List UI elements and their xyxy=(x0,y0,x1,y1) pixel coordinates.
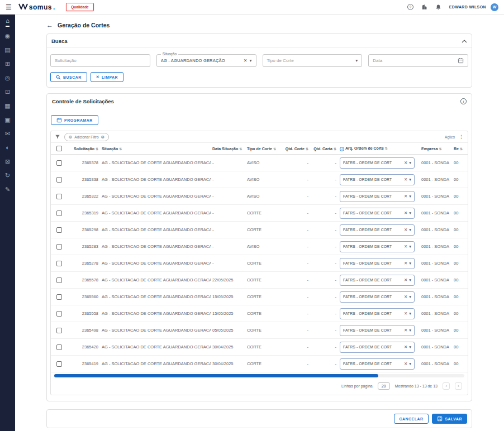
chevron-down-icon[interactable]: ▾ xyxy=(409,160,411,165)
next-page-button[interactable]: › xyxy=(455,382,462,390)
ordem-corte-select[interactable]: FATRS - ORDEM DE CORT ✕ ▾ xyxy=(340,241,415,252)
table-row[interactable]: 2365338 AG - SOLICITACAO DE CORTE AGUARD… xyxy=(51,171,468,188)
clear-icon[interactable]: ✕ xyxy=(404,294,407,299)
row-checkbox[interactable] xyxy=(56,160,62,166)
prev-page-button[interactable]: ‹ xyxy=(443,382,450,390)
table-row[interactable]: 2365378 AG - SOLICITACAO DE CORTE AGUARD… xyxy=(51,155,468,171)
app-logo[interactable]: somus. xyxy=(18,3,55,11)
clear-icon[interactable]: ✕ xyxy=(404,160,407,165)
table-row[interactable]: 2365322 AG - SOLICITACAO DE CORTE AGUARD… xyxy=(51,188,468,205)
history-icon[interactable]: ↻ xyxy=(5,173,10,180)
clear-icon[interactable]: ✕ xyxy=(404,277,407,282)
home-icon[interactable]: ⌂ xyxy=(6,18,9,27)
cancelar-button[interactable]: CANCELAR xyxy=(394,414,429,424)
help-icon[interactable]: ? xyxy=(407,4,413,10)
clear-icon[interactable]: ✕ xyxy=(404,328,407,333)
table-row[interactable]: 2365319 AG - SOLICITACAO DE CORTE AGUARD… xyxy=(51,205,468,222)
header-qtd-corte[interactable]: Qtd. Corte⇅ xyxy=(283,143,310,155)
ordem-corte-select[interactable]: FATRS - ORDEM DE CORT ✕ ▾ xyxy=(340,291,415,303)
chevron-down-icon[interactable]: ▾ xyxy=(409,311,411,316)
info-icon[interactable]: i xyxy=(460,98,467,104)
header-qtd-carta[interactable]: Qtd. Carta⇅ xyxy=(310,143,338,155)
row-checkbox[interactable] xyxy=(56,177,62,183)
collapse-chevron-icon[interactable] xyxy=(462,40,467,43)
chevron-down-icon[interactable]: ▾ xyxy=(409,277,411,282)
table-row[interactable]: 2365298 AG - SOLICITACAO DE CORTE AGUARD… xyxy=(51,222,468,238)
header-situacao[interactable]: Situação⇅ xyxy=(100,143,211,155)
table-row[interactable]: 2365278 AG - SOLICITACAO DE CORTE AGUARD… xyxy=(51,255,468,272)
row-checkbox[interactable] xyxy=(56,227,62,233)
table-row[interactable]: 2365419 AG - SOLICITACAO DE CORTE AGUARD… xyxy=(51,356,468,372)
row-checkbox[interactable] xyxy=(56,194,62,199)
chevron-down-icon[interactable]: ▾ xyxy=(355,58,358,63)
row-checkbox[interactable] xyxy=(56,210,62,216)
chevron-down-icon[interactable]: ▾ xyxy=(409,177,411,182)
inventory-icon[interactable]: ▦ xyxy=(4,103,10,111)
chevron-down-icon[interactable]: ▾ xyxy=(409,194,411,199)
select-all-checkbox[interactable] xyxy=(56,146,62,151)
header-re[interactable]: Re⇅ xyxy=(452,143,468,155)
row-checkbox[interactable] xyxy=(56,311,62,317)
ordem-corte-select[interactable]: FATRS - ORDEM DE CORT ✕ ▾ xyxy=(340,224,415,236)
chevron-down-icon[interactable]: ▾ xyxy=(409,244,411,249)
table-row[interactable]: 2365558 AG - SOLICITACAO DE CORTE AGUARD… xyxy=(51,305,468,322)
table-row[interactable]: 2365420 AG - SOLICITACAO DE CORTE AGUARD… xyxy=(51,339,468,356)
documents-icon[interactable]: ▤ xyxy=(4,47,10,55)
ordem-corte-select[interactable]: FATRS - ORDEM DE CORT ✕ ▾ xyxy=(340,275,415,286)
clear-icon[interactable]: ✕ xyxy=(404,244,407,249)
rows-per-page-input[interactable] xyxy=(378,382,390,390)
salvar-button[interactable]: SALVAR xyxy=(432,414,467,424)
chevron-down-icon[interactable]: ▾ xyxy=(409,344,411,349)
menu-icon[interactable]: ☰ xyxy=(6,3,12,11)
bell-icon[interactable] xyxy=(435,4,441,11)
chevron-down-icon[interactable]: ▾ xyxy=(409,328,411,333)
ordem-corte-select[interactable]: FATRS - ORDEM DE CORT ✕ ▾ xyxy=(340,342,415,353)
clear-icon[interactable]: ✕ xyxy=(404,194,407,199)
table-row[interactable]: 2365498 AG - SOLICITACAO DE CORTE AGUARD… xyxy=(51,322,468,339)
clear-icon[interactable]: ✕ xyxy=(244,58,248,63)
limpar-button[interactable]: ✕ LIMPAR xyxy=(91,72,123,82)
clear-icon[interactable]: ✕ xyxy=(404,210,407,216)
row-checkbox[interactable] xyxy=(56,294,62,300)
vehicles-icon[interactable]: ◎ xyxy=(5,75,11,83)
row-checkbox[interactable] xyxy=(56,361,62,367)
ordem-corte-select[interactable]: FATRS - ORDEM DE CORT ✕ ▾ xyxy=(340,174,415,185)
table-row[interactable]: 2365578 AG - SOLICITACAO DE CORTE AGUARD… xyxy=(51,272,468,289)
clear-icon[interactable]: ✕ xyxy=(404,361,407,366)
row-checkbox[interactable] xyxy=(56,344,62,350)
header-data-situacao[interactable]: Data Situação⇅ xyxy=(211,143,245,155)
packages-icon[interactable]: ⊠ xyxy=(5,159,10,166)
row-checkbox[interactable] xyxy=(56,261,62,266)
chevron-down-icon[interactable]: ▾ xyxy=(409,361,411,366)
reports-icon[interactable]: ▣ xyxy=(4,117,10,124)
clear-icon[interactable]: ✕ xyxy=(404,344,407,349)
clear-icon[interactable]: ✕ xyxy=(404,261,407,266)
circle-x-icon[interactable]: ⊗ xyxy=(101,135,104,140)
programar-button[interactable]: PROGRAMAR xyxy=(51,115,98,125)
more-actions-icon[interactable]: ⋮ xyxy=(459,134,464,140)
ordem-corte-select[interactable]: FATRS - ORDEM DE CORT ✕ ▾ xyxy=(340,191,415,202)
chevron-down-icon[interactable]: ▾ xyxy=(249,58,251,63)
building-icon[interactable] xyxy=(421,4,427,10)
chevron-down-icon[interactable]: ▾ xyxy=(409,227,411,232)
solicitacao-input[interactable] xyxy=(55,58,146,63)
row-checkbox[interactable] xyxy=(56,244,62,250)
clear-icon[interactable]: ✕ xyxy=(404,227,407,232)
filter-icon[interactable] xyxy=(55,134,60,140)
chevron-down-icon[interactable]: ▾ xyxy=(409,294,411,299)
header-arq-ordem-corte[interactable]: iArq. Ordem de Corte⇅ xyxy=(338,143,420,155)
solicitacao-field[interactable] xyxy=(50,54,150,67)
avatar[interactable]: W xyxy=(491,3,498,11)
modules-icon[interactable]: ⊞ xyxy=(5,61,10,69)
ordem-corte-select[interactable]: FATRS - ORDEM DE CORT ✕ ▾ xyxy=(340,157,415,169)
row-checkbox[interactable] xyxy=(56,328,62,333)
tipo-corte-select[interactable]: Tipo de Corte ▾ xyxy=(263,54,363,67)
table-row[interactable]: 2365560 AG - SOLICITACAO DE CORTE AGUARD… xyxy=(51,289,468,305)
ordem-corte-select[interactable]: FATRS - ORDEM DE CORT ✕ ▾ xyxy=(340,358,415,370)
table-row[interactable]: 2365283 AG - SOLICITACAO DE CORTE AGUARD… xyxy=(51,238,468,255)
chevron-down-icon[interactable]: ▾ xyxy=(409,210,411,216)
row-checkbox[interactable] xyxy=(56,277,62,283)
tools-icon[interactable]: ✎ xyxy=(5,186,10,194)
clear-icon[interactable]: ✕ xyxy=(404,177,407,182)
ordem-corte-select[interactable]: FATRS - ORDEM DE CORT ✕ ▾ xyxy=(340,258,415,269)
